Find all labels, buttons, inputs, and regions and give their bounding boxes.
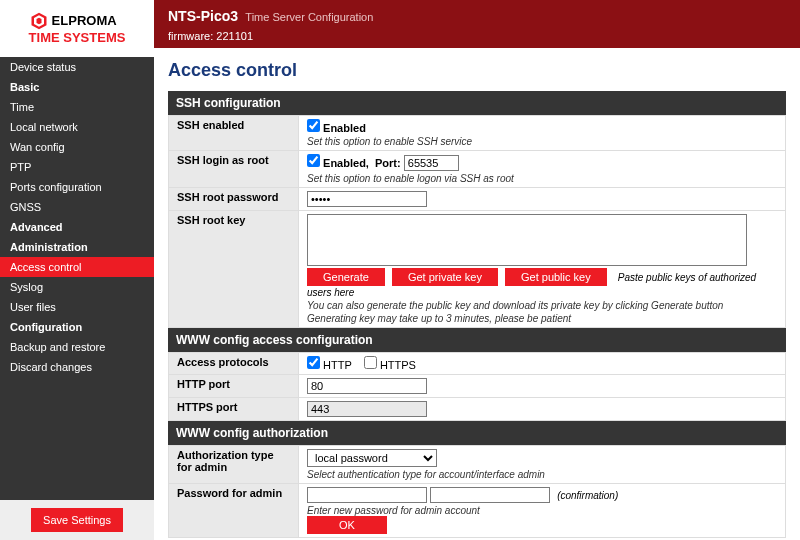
product-title: NTS-Pico3 [168, 8, 238, 24]
admin-pw-input[interactable] [307, 487, 427, 503]
admin-pw-label: Password for admin [169, 484, 299, 538]
hexagon-icon [29, 11, 49, 31]
ssh-root-pw-input[interactable] [307, 191, 427, 207]
sidebar-nav: Device status Basic Time Local network W… [0, 57, 154, 500]
admin-pw-confirm-label: (confirmation) [557, 490, 618, 501]
http-port-label: HTTP port [169, 375, 299, 398]
ssh-root-key-textarea[interactable] [307, 214, 747, 266]
ssh-section-header: SSH configuration [168, 91, 786, 115]
nav-wan-config[interactable]: Wan config [0, 137, 154, 157]
auth-type-select[interactable]: local password [307, 449, 437, 467]
save-settings-button[interactable]: Save Settings [31, 508, 123, 532]
https-port-label: HTTPS port [169, 398, 299, 421]
https-checkbox[interactable] [364, 356, 377, 369]
ssh-key-note2: Generating key may take up to 3 minutes,… [307, 313, 777, 324]
nav-gnss[interactable]: GNSS [0, 197, 154, 217]
nav-ptp[interactable]: PTP [0, 157, 154, 177]
firmware-prefix: firmware: [168, 30, 213, 42]
auth-type-note: Select authentication type for account/i… [307, 469, 777, 480]
admin-pw-confirm-input[interactable] [430, 487, 550, 503]
https-text: HTTPS [380, 359, 416, 371]
www-protocols-label: Access protocols [169, 353, 299, 375]
ssh-login-root-label: SSH login as root [169, 151, 299, 188]
nav-advanced[interactable]: Advanced [0, 217, 154, 237]
nav-device-status[interactable]: Device status [0, 57, 154, 77]
ssh-enabled-label: SSH enabled [169, 116, 299, 151]
get-private-key-button[interactable]: Get private key [392, 268, 498, 286]
ssh-enabled-text: Enabled [323, 122, 366, 134]
topbar: NTS-Pico3 Time Server Configuration firm… [154, 0, 800, 48]
ssh-root-pw-label: SSH root password [169, 188, 299, 211]
http-checkbox[interactable] [307, 356, 320, 369]
generate-key-button[interactable]: Generate [307, 268, 385, 286]
ssh-enabled-note: Set this option to enable SSH service [307, 136, 777, 147]
get-public-key-button[interactable]: Get public key [505, 268, 607, 286]
ssh-login-root-text: Enabled, [323, 157, 369, 169]
nav-ports-config[interactable]: Ports configuration [0, 177, 154, 197]
nav-local-network[interactable]: Local network [0, 117, 154, 137]
ssh-port-label: Port: [375, 157, 401, 169]
auth-section-header: WWW config authorization [168, 421, 786, 445]
ssh-port-input[interactable] [404, 155, 459, 171]
nav-basic[interactable]: Basic [0, 77, 154, 97]
nav-time[interactable]: Time [0, 97, 154, 117]
firmware-value: 221101 [216, 30, 253, 42]
nav-user-files[interactable]: User files [0, 297, 154, 317]
https-port-input [307, 401, 427, 417]
product-subtitle: Time Server Configuration [245, 11, 373, 23]
auth-type-label: Authorization type for admin [169, 446, 299, 484]
nav-configuration[interactable]: Configuration [0, 317, 154, 337]
nav-syslog[interactable]: Syslog [0, 277, 154, 297]
ssh-key-note1: You can also generate the public key and… [307, 300, 777, 311]
ssh-login-root-note: Set this option to enable logon via SSH … [307, 173, 777, 184]
http-text: HTTP [323, 359, 352, 371]
www-section-header: WWW config access configuration [168, 328, 786, 352]
brand-line1: ELPROMA [52, 14, 117, 28]
ssh-root-key-label: SSH root key [169, 211, 299, 328]
nav-access-control[interactable]: Access control [0, 257, 154, 277]
http-port-input[interactable] [307, 378, 427, 394]
nav-backup-restore[interactable]: Backup and restore [0, 337, 154, 357]
ssh-login-root-checkbox[interactable] [307, 154, 320, 167]
page-title: Access control [168, 60, 786, 81]
nav-administration[interactable]: Administration [0, 237, 154, 257]
nav-discard-changes[interactable]: Discard changes [0, 357, 154, 377]
ok-button[interactable]: OK [307, 516, 387, 534]
admin-pw-note: Enter new password for admin account [307, 505, 777, 516]
brand-logo: ELPROMA TIME SYSTEMS [0, 0, 154, 57]
brand-line2: TIME SYSTEMS [29, 31, 126, 45]
ssh-enabled-checkbox[interactable] [307, 119, 320, 132]
